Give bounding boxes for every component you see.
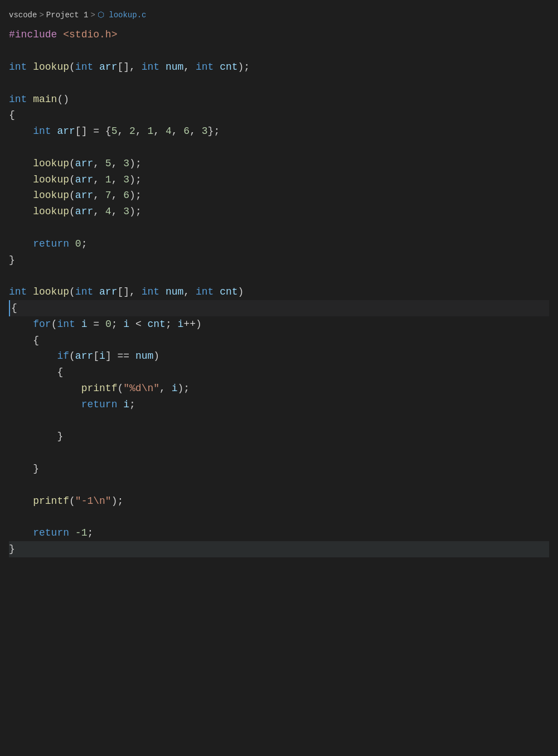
token: ); xyxy=(129,158,142,169)
token xyxy=(9,126,33,137)
token: int xyxy=(33,126,51,137)
token: ( xyxy=(69,495,75,507)
code-line: printf("%d\n", i); xyxy=(9,381,549,397)
token: 6 xyxy=(183,126,190,137)
code-line: lookup(arr, 5, 3); xyxy=(9,156,549,172)
token xyxy=(93,61,99,73)
token: lookup xyxy=(33,61,69,73)
token xyxy=(69,527,75,538)
token xyxy=(75,319,81,330)
line-content xyxy=(9,509,549,525)
token: if xyxy=(57,350,69,362)
token: , xyxy=(111,190,124,201)
token: lookup xyxy=(33,286,69,297)
token: int xyxy=(9,94,27,105)
token: ); xyxy=(238,61,250,73)
token: , xyxy=(183,61,196,73)
line-content: } xyxy=(9,541,549,557)
code-editor: vscode > Project 1 > ⬡ lookup.c #include… xyxy=(0,0,558,563)
token: { xyxy=(9,335,39,346)
token xyxy=(9,495,33,507)
token: 3 xyxy=(123,158,129,169)
token: ( xyxy=(69,61,75,73)
token: i xyxy=(123,399,129,410)
code-line: return 0; xyxy=(9,236,549,252)
token: ] == xyxy=(105,350,135,362)
token xyxy=(9,319,33,330)
line-content: int lookup(int arr[], int num, int cnt) xyxy=(9,284,549,300)
line-content xyxy=(9,445,549,461)
line-content: printf("-1\n"); xyxy=(9,493,549,509)
code-line: int lookup(int arr[], int num, int cnt); xyxy=(9,59,549,75)
code-line: { xyxy=(9,333,549,349)
token: ; xyxy=(166,319,178,330)
token: return xyxy=(33,527,69,538)
token: } xyxy=(9,431,63,442)
token: ( xyxy=(69,286,75,297)
code-area: #include <stdio.h> int lookup(int arr[],… xyxy=(0,27,558,557)
token xyxy=(9,383,81,394)
token: "-1\n" xyxy=(75,495,111,507)
token: arr xyxy=(57,126,75,137)
code-line: { xyxy=(9,364,549,381)
token: ); xyxy=(129,174,142,185)
token xyxy=(117,399,123,410)
token: i xyxy=(123,319,129,330)
code-line: } xyxy=(9,461,549,477)
token: 5 xyxy=(105,158,111,169)
line-content: } xyxy=(9,252,549,268)
token: arr xyxy=(75,206,93,217)
token: 4 xyxy=(166,126,172,137)
token: lookup xyxy=(33,190,69,201)
line-content xyxy=(9,139,549,156)
code-line: int main() xyxy=(9,92,549,108)
code-line: int lookup(int arr[], int num, int cnt) xyxy=(9,284,549,300)
token: , xyxy=(93,158,105,169)
code-line: { xyxy=(9,107,549,123)
token: 0 xyxy=(105,319,111,330)
token xyxy=(9,527,33,538)
token: , xyxy=(93,174,105,185)
token: [], xyxy=(117,286,141,297)
token xyxy=(27,286,33,297)
token: , xyxy=(111,206,124,217)
token: ); xyxy=(177,383,190,394)
token: ( xyxy=(51,319,57,330)
code-line: return i; xyxy=(9,397,549,413)
token xyxy=(9,174,33,185)
token: { xyxy=(9,367,63,378)
breadcrumb-part: vscode xyxy=(9,9,37,21)
token xyxy=(9,350,57,362)
token: , xyxy=(153,126,166,137)
code-line: lookup(arr, 4, 3); xyxy=(9,204,549,220)
code-line xyxy=(9,268,549,284)
token: , xyxy=(135,126,148,137)
token: arr xyxy=(75,350,93,362)
token: ) xyxy=(238,286,244,297)
line-content: { xyxy=(9,333,549,349)
token: ( xyxy=(69,174,75,185)
line-content xyxy=(9,43,549,59)
line-content: { xyxy=(9,107,549,123)
code-line: printf("-1\n"); xyxy=(9,493,549,509)
token: lookup xyxy=(33,174,69,185)
token: () xyxy=(57,94,69,105)
breadcrumb-part: Project 1 xyxy=(46,9,89,21)
line-content xyxy=(9,220,549,236)
token: } xyxy=(9,543,15,555)
line-content: int arr[] = {5, 2, 1, 4, 6, 3}; xyxy=(9,123,549,139)
code-line: lookup(arr, 7, 6); xyxy=(9,187,549,204)
token: i xyxy=(99,350,105,362)
token xyxy=(9,190,33,201)
line-content: return -1; xyxy=(9,525,549,541)
token: arr xyxy=(99,61,117,73)
code-line xyxy=(9,75,549,92)
token: num xyxy=(135,350,153,362)
token: return xyxy=(33,238,69,249)
line-content: } xyxy=(9,461,549,477)
line-content: lookup(arr, 1, 3); xyxy=(9,172,549,188)
token: main xyxy=(33,94,57,105)
token: i xyxy=(81,319,88,330)
token: = xyxy=(87,319,105,330)
token: 4 xyxy=(105,206,111,217)
